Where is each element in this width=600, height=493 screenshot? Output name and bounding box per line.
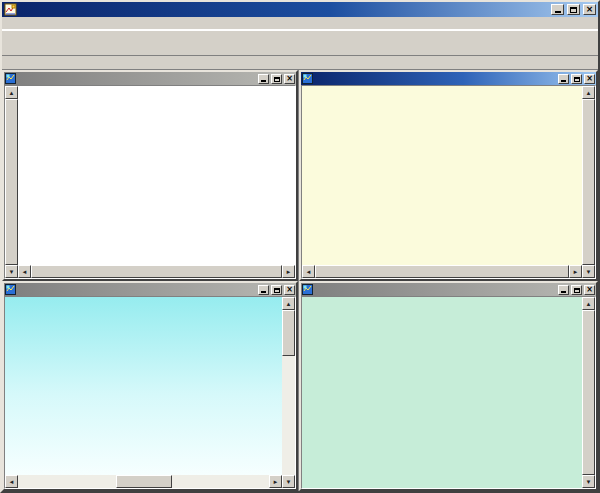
mdi-area: × ▲ ▼ ◄ ► <box>2 70 598 491</box>
app-icon <box>4 3 17 16</box>
scroll-up-button[interactable]: ▲ <box>582 86 595 99</box>
map-close-button[interactable]: × <box>584 74 595 84</box>
polar-chart <box>302 297 582 488</box>
scroll-left-button[interactable]: ◄ <box>5 475 18 488</box>
tools-toolbar <box>2 56 598 70</box>
line-chart <box>18 86 295 265</box>
scroll-thumb[interactable] <box>116 475 172 488</box>
main-toolbar <box>2 30 598 56</box>
scroll-track[interactable] <box>18 475 116 488</box>
line-minimize-button[interactable] <box>258 74 269 84</box>
maximize-button[interactable] <box>567 4 580 15</box>
line-window-titlebar[interactable]: × <box>4 72 296 85</box>
scroll-track[interactable] <box>282 356 295 475</box>
scroll-left-button[interactable]: ◄ <box>18 265 31 278</box>
scroll-right-button[interactable]: ► <box>269 475 282 488</box>
title-bar[interactable]: × <box>2 2 598 17</box>
line-close-button[interactable]: × <box>284 74 295 84</box>
flat-horizontal-scrollbar[interactable]: ◄ ► <box>5 475 282 488</box>
chart-document-icon <box>302 284 313 295</box>
close-icon: × <box>286 76 293 82</box>
scroll-down-button[interactable]: ▼ <box>582 265 595 278</box>
line-horizontal-scrollbar[interactable]: ◄ ► <box>18 265 295 278</box>
scroll-down-button[interactable]: ▼ <box>582 475 595 488</box>
scroll-up-button[interactable]: ▲ <box>5 86 18 99</box>
menu-bar <box>2 17 598 30</box>
scroll-thumb[interactable] <box>282 310 295 356</box>
chart-document-icon <box>302 73 313 84</box>
scroll-right-button[interactable]: ► <box>282 265 295 278</box>
minimize-icon <box>561 291 566 293</box>
minimize-button[interactable] <box>551 4 564 15</box>
chart-document-icon <box>5 284 16 295</box>
flat-maximize-button[interactable] <box>271 285 282 295</box>
close-icon: × <box>586 287 593 293</box>
map-minimize-button[interactable] <box>558 74 569 84</box>
child-window-circle: × ▲ ▼ <box>299 281 598 491</box>
child-window-map: × ◄ ► ▲ ▼ <box>299 70 598 281</box>
scroll-thumb[interactable] <box>5 99 18 265</box>
circle-close-button[interactable]: × <box>584 285 595 295</box>
map-chart <box>302 86 582 265</box>
scroll-up-button[interactable]: ▲ <box>582 297 595 310</box>
circle-vertical-scrollbar[interactable]: ▲ ▼ <box>582 297 595 488</box>
scroll-down-button[interactable]: ▼ <box>282 475 295 488</box>
maximize-icon <box>574 77 580 82</box>
minimize-icon <box>555 11 561 13</box>
map-vertical-scrollbar[interactable]: ▲ ▼ <box>582 86 595 278</box>
flat-minimize-button[interactable] <box>258 285 269 295</box>
scroll-thumb[interactable] <box>315 265 569 278</box>
map-window-titlebar[interactable]: × <box>301 72 596 85</box>
flat-vertical-scrollbar[interactable]: ▲ ▼ <box>282 297 295 488</box>
scroll-track[interactable] <box>172 475 270 488</box>
circle-maximize-button[interactable] <box>571 285 582 295</box>
chart-document-icon <box>5 73 16 84</box>
maximize-icon <box>574 288 580 293</box>
application-window: × × ▲ ▼ <box>0 0 600 493</box>
flat-window-titlebar[interactable]: × <box>4 283 296 296</box>
surface-chart <box>5 297 282 475</box>
minimize-icon <box>261 80 266 82</box>
child-window-line: × ▲ ▼ ◄ ► <box>2 70 298 281</box>
minimize-icon <box>261 291 266 293</box>
close-icon: × <box>586 5 594 13</box>
minimize-icon <box>561 80 566 82</box>
circle-minimize-button[interactable] <box>558 285 569 295</box>
child-window-flat: × ◄ ► ▲ ▼ <box>2 281 298 491</box>
map-horizontal-scrollbar[interactable]: ◄ ► <box>302 265 582 278</box>
maximize-icon <box>570 7 577 13</box>
scroll-thumb[interactable] <box>582 310 595 475</box>
close-icon: × <box>586 76 593 82</box>
maximize-icon <box>274 288 280 293</box>
scroll-down-button[interactable]: ▼ <box>5 265 18 278</box>
line-maximize-button[interactable] <box>271 74 282 84</box>
close-button[interactable]: × <box>583 4 596 15</box>
scroll-left-button[interactable]: ◄ <box>302 265 315 278</box>
maximize-icon <box>274 77 280 82</box>
scroll-thumb[interactable] <box>582 99 595 265</box>
close-icon: × <box>286 287 293 293</box>
map-maximize-button[interactable] <box>571 74 582 84</box>
flat-close-button[interactable]: × <box>284 285 295 295</box>
line-vertical-scrollbar[interactable]: ▲ ▼ <box>5 86 18 278</box>
scroll-thumb[interactable] <box>31 265 282 278</box>
circle-window-titlebar[interactable]: × <box>301 283 596 296</box>
scroll-right-button[interactable]: ► <box>569 265 582 278</box>
scroll-up-button[interactable]: ▲ <box>282 297 295 310</box>
